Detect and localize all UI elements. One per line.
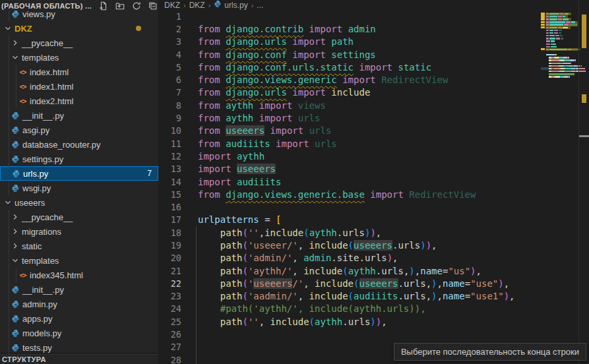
line-number[interactable]: 21 <box>158 266 181 276</box>
code-line-16[interactable]: 16 <box>158 200 578 213</box>
new-folder-icon[interactable] <box>115 1 125 11</box>
line-number[interactable]: 26 <box>158 329 181 340</box>
tree-item-database_roouter.py[interactable]: database_roouter.py <box>0 137 158 152</box>
code-line-20[interactable]: 20 path('admin/', admin.site.urls), <box>158 252 578 264</box>
code-line-4[interactable]: 4from django.conf import settings <box>158 48 578 61</box>
line-number[interactable]: 9 <box>158 113 181 123</box>
minimap[interactable] <box>541 10 578 96</box>
code-line-11[interactable]: 11from audiiits import urls <box>158 137 578 150</box>
chevron-right-icon[interactable] <box>10 212 20 222</box>
line-number[interactable]: 10 <box>158 125 181 136</box>
tree-item-__pycache__[interactable]: __pycache__ <box>0 210 158 224</box>
code-line-24[interactable]: 24 #path('aythh/', include(aythh.urls)), <box>158 303 578 315</box>
line-number[interactable]: 24 <box>158 303 181 314</box>
code-line-21[interactable]: 21 path('aythh/', include(aythh.urls,),n… <box>158 264 578 277</box>
tree-item-static[interactable]: static <box>0 239 158 253</box>
chevron-down-icon[interactable] <box>3 23 13 34</box>
line-number[interactable]: 19 <box>158 240 181 251</box>
tree-item-useeers[interactable]: useeers <box>0 195 158 210</box>
code-line-8[interactable]: 8from aythh import views <box>158 99 578 111</box>
outline-section-header[interactable]: СТРУКТУРА <box>0 354 158 364</box>
code-line-18[interactable]: 18 path('',include(aythh.urls)), <box>158 226 578 239</box>
line-number[interactable]: 8 <box>158 100 181 111</box>
line-number[interactable]: 3 <box>158 36 181 47</box>
chevron-right-icon[interactable] <box>10 38 20 48</box>
line-number[interactable]: 4 <box>158 49 181 60</box>
explorer-section-header[interactable]: (РАБОЧАЯ ОБЛАСТЬ) ... <box>0 0 158 11</box>
breadcrumb-item[interactable]: ... <box>257 1 263 10</box>
tree-item-templates[interactable]: templates <box>0 253 158 268</box>
collapse-all-icon[interactable] <box>148 1 158 11</box>
tree-item-index2.html[interactable]: <>index2.html <box>0 94 158 108</box>
tree-item-index345.html[interactable]: <>index345.html <box>0 268 158 282</box>
line-number[interactable]: 25 <box>158 317 181 327</box>
tree-item-asgi.py[interactable]: asgi.py <box>0 123 158 137</box>
line-number[interactable]: 20 <box>158 253 181 263</box>
breadcrumb-item[interactable]: DKZ <box>189 1 205 10</box>
tree-item-index.html[interactable]: <>index.html <box>0 65 158 79</box>
breadcrumb-item[interactable]: DKZ <box>164 1 180 10</box>
code-line-12[interactable]: 12import aythh <box>158 150 578 162</box>
overview-ruler[interactable] <box>578 0 589 364</box>
line-number[interactable]: 1 <box>158 11 181 22</box>
code-line-5[interactable]: 5from django.conf.urls.static import sta… <box>158 61 578 73</box>
line-number[interactable]: 27 <box>158 342 181 352</box>
line-number[interactable]: 28 <box>158 355 181 364</box>
tree-item-models.py[interactable]: models.py <box>0 326 158 340</box>
code-area[interactable]: 12from django.contrib import admin3from … <box>158 10 578 364</box>
minimap-code-segment <box>563 16 565 17</box>
code-line-25[interactable]: 25 path('', include(aythh.urls)), <box>158 315 578 328</box>
code-line-10[interactable]: 10from useeers import urls <box>158 125 578 137</box>
tree-item-__init__.py[interactable]: __init__.py <box>0 282 158 297</box>
line-number[interactable]: 14 <box>158 177 181 187</box>
refresh-icon[interactable] <box>131 1 142 11</box>
line-number[interactable]: 23 <box>158 291 181 301</box>
line-number[interactable]: 2 <box>158 24 181 34</box>
new-file-icon[interactable] <box>98 1 109 11</box>
tree-item-index1.html[interactable]: <>index1.html <box>0 79 158 94</box>
tree-item-urls.py[interactable]: urls.py7 <box>0 166 158 181</box>
code-line-23[interactable]: 23 path('aadmin/', include(audiiits.urls… <box>158 290 578 303</box>
tree-item-templates[interactable]: templates <box>0 50 158 65</box>
line-number[interactable]: 15 <box>158 189 181 200</box>
code-line-15[interactable]: 15from django.views.generic.base import … <box>158 188 578 200</box>
code-line-14[interactable]: 14import audiiits <box>158 175 578 188</box>
line-number[interactable]: 7 <box>158 87 181 98</box>
code-line-3[interactable]: 3from django.urls import path <box>158 36 578 48</box>
tree-item-migrations[interactable]: migrations <box>0 224 158 239</box>
line-number[interactable]: 13 <box>158 164 181 174</box>
code-line-22[interactable]: 22 path('useeers/', include(useeers.urls… <box>158 277 578 289</box>
code-line-26[interactable]: 26 <box>158 328 578 340</box>
code-line-17[interactable]: 17urlpatterns = [ <box>158 214 578 226</box>
chevron-down-icon[interactable] <box>3 197 13 208</box>
line-number[interactable]: 11 <box>158 138 181 149</box>
line-number[interactable]: 6 <box>158 75 181 85</box>
code-line-9[interactable]: 9from aythh import urls <box>158 111 578 124</box>
code-line-7[interactable]: 7from django.urls import include <box>158 86 578 99</box>
line-number[interactable]: 5 <box>158 62 181 73</box>
line-number[interactable]: 16 <box>158 202 181 212</box>
tree-item-settings.py[interactable]: settings.py <box>0 152 158 166</box>
chevron-right-icon[interactable] <box>10 226 20 237</box>
tree-item-tests.py[interactable]: tests.py <box>0 340 158 355</box>
tree-item-wsgi.py[interactable]: wsgi.py <box>0 181 158 195</box>
code-line-6[interactable]: 6from django.views.generic import Redire… <box>158 73 578 86</box>
line-number[interactable]: 22 <box>158 278 181 289</box>
line-number[interactable]: 12 <box>158 151 181 162</box>
tree-item-__pycache__[interactable]: __pycache__ <box>0 36 158 50</box>
tree-item-apps.py[interactable]: apps.py <box>0 311 158 326</box>
code-line-1[interactable]: 1 <box>158 10 578 22</box>
breadcrumb-item[interactable]: urls.py <box>214 0 247 10</box>
line-number[interactable]: 18 <box>158 228 181 238</box>
code-token: useeers <box>253 278 292 289</box>
chevron-down-icon[interactable] <box>10 52 20 63</box>
chevron-down-icon[interactable] <box>10 255 20 266</box>
line-number[interactable]: 17 <box>158 214 181 225</box>
chevron-right-icon[interactable] <box>10 241 20 251</box>
code-line-19[interactable]: 19 path('useeer/', include(useeers.urls)… <box>158 239 578 251</box>
tree-item-__init__.py[interactable]: __init__.py <box>0 108 158 123</box>
code-line-2[interactable]: 2from django.contrib import admin <box>158 22 578 35</box>
code-line-13[interactable]: 13import useeers <box>158 163 578 175</box>
tree-item-admin.py[interactable]: admin.py <box>0 297 158 311</box>
tree-item-DKZ[interactable]: DKZ <box>0 21 158 36</box>
